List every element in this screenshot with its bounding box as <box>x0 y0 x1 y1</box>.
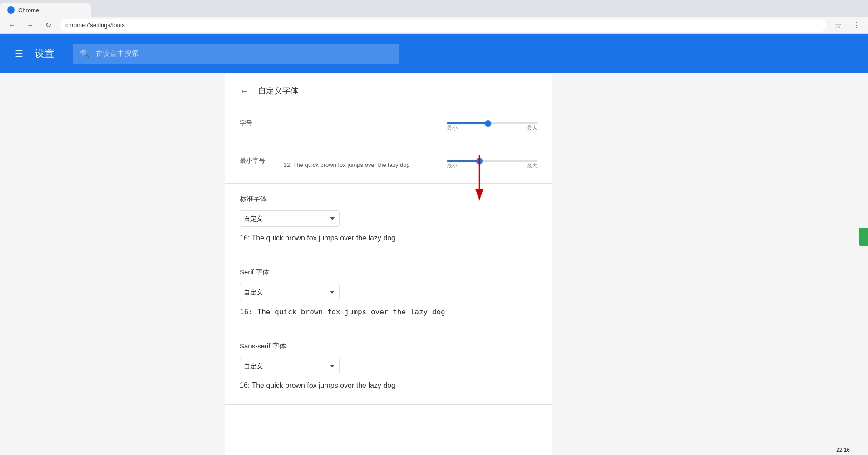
address-bar: ← → ↻ ☆ ⋮ <box>0 17 868 34</box>
standard-font-section: 标准字体 自定义 Arial Times New Roman 16: The q… <box>225 184 552 257</box>
standard-font-dropdown-row: 自定义 Arial Times New Roman <box>240 210 538 227</box>
reload-button[interactable]: ↻ <box>42 19 54 32</box>
settings-header: ☰ 设置 🔍 <box>0 34 868 73</box>
settings-panel: ← 自定义字体 字号 最小 最大 <box>225 73 552 455</box>
chrome-icon <box>7 6 15 14</box>
main-content: ← 自定义字体 字号 最小 最大 <box>0 73 777 455</box>
sans-serif-font-select[interactable]: 自定义 Arial Helvetica <box>240 358 340 374</box>
sans-serif-font-section: Sans-serif 字体 自定义 Arial Helvetica 16: Th… <box>225 331 552 405</box>
back-header: ← 自定义字体 <box>225 73 552 108</box>
serif-font-select[interactable]: 自定义 Times New Roman Georgia <box>240 284 340 300</box>
chrome-menu-button[interactable]: ⋮ <box>850 19 863 32</box>
hamburger-icon: ☰ <box>15 48 23 59</box>
standard-font-title: 标准字体 <box>240 195 538 203</box>
font-size-max-label: 最大 <box>527 124 538 132</box>
back-button[interactable]: ← <box>5 19 18 32</box>
search-icon: 🔍 <box>80 49 90 59</box>
font-size-min-label: 最小 <box>447 124 458 132</box>
min-font-size-min-label: 最小 <box>447 162 458 170</box>
serif-font-title: Serif 字体 <box>240 268 538 277</box>
min-font-size-preview: 12: The quick brown fox jumps over the l… <box>283 161 439 168</box>
serif-font-dropdown-row: 自定义 Times New Roman Georgia <box>240 284 538 300</box>
hamburger-menu-button[interactable]: ☰ <box>11 45 27 62</box>
forward-button[interactable]: → <box>24 19 36 32</box>
right-panel <box>777 34 868 455</box>
sans-serif-font-title: Sans-serif 字体 <box>240 342 538 351</box>
tab-title: Chrome <box>18 7 39 14</box>
min-font-size-max-label: 最大 <box>527 162 538 170</box>
sans-serif-font-preview: 16: The quick brown fox jumps over the l… <box>240 378 538 393</box>
back-button[interactable]: ← <box>236 83 252 99</box>
search-bar: 🔍 <box>73 44 399 64</box>
min-font-size-section: 最小字号 12: The quick brown fox jumps over … <box>225 146 552 184</box>
font-size-section: 字号 最小 最大 <box>225 108 552 146</box>
chrome-ui: ← 自定义字体 字号 最小 最大 <box>0 34 868 455</box>
serif-font-preview: 16: The quick brown fox jumps over the l… <box>240 304 538 320</box>
font-size-label: 字号 <box>240 119 252 127</box>
settings-title: 设置 <box>35 47 54 60</box>
min-font-size-label: 最小字号 <box>240 157 276 165</box>
serif-font-section: Serif 字体 自定义 Times New Roman Georgia 16:… <box>225 257 552 331</box>
bookmark-button[interactable]: ☆ <box>832 19 844 32</box>
page-title: 自定义字体 <box>258 85 299 96</box>
search-input[interactable] <box>95 49 392 58</box>
min-font-size-min-max: 最小 最大 <box>447 162 538 170</box>
green-circle-indicator <box>859 228 868 246</box>
tab-bar: Chrome <box>0 0 868 17</box>
back-icon: ← <box>240 86 249 96</box>
standard-font-select[interactable]: 自定义 Arial Times New Roman <box>240 210 340 227</box>
min-font-size-slider-box: 最小 最大 <box>447 160 538 170</box>
sans-serif-font-dropdown-row: 自定义 Arial Helvetica <box>240 358 538 374</box>
active-tab[interactable]: Chrome <box>0 3 91 17</box>
time-display: 22:16 <box>836 447 850 453</box>
standard-font-preview: 16: The quick brown fox jumps over the l… <box>240 230 538 246</box>
font-size-min-max: 最小 最大 <box>447 124 538 132</box>
address-input[interactable] <box>60 19 826 32</box>
font-size-slider-box: 最小 最大 <box>447 122 538 132</box>
